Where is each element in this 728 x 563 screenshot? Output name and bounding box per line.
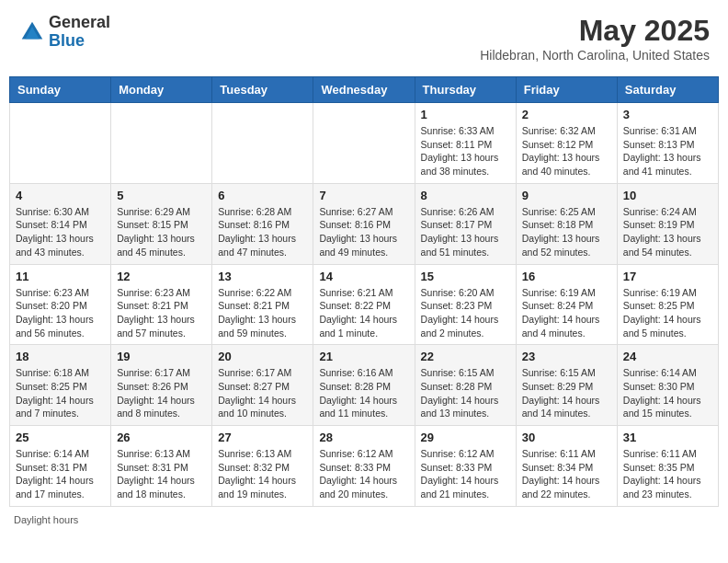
calendar-weekday-header: Friday [516,77,617,103]
day-info: Sunrise: 6:24 AM Sunset: 8:19 PM Dayligh… [623,205,712,259]
calendar-week-row: 4Sunrise: 6:30 AM Sunset: 8:14 PM Daylig… [10,183,719,264]
day-info: Sunrise: 6:14 AM Sunset: 8:31 PM Dayligh… [16,447,105,501]
day-info: Sunrise: 6:25 AM Sunset: 8:18 PM Dayligh… [522,205,611,259]
day-info: Sunrise: 6:23 AM Sunset: 8:20 PM Dayligh… [16,286,105,340]
day-number: 24 [623,350,712,363]
day-info: Sunrise: 6:19 AM Sunset: 8:25 PM Dayligh… [623,286,712,340]
calendar-day-cell: 2Sunrise: 6:32 AM Sunset: 8:12 PM Daylig… [516,103,617,184]
day-info: Sunrise: 6:21 AM Sunset: 8:22 PM Dayligh… [319,286,408,340]
day-info: Sunrise: 6:15 AM Sunset: 8:28 PM Dayligh… [421,366,510,420]
day-info: Sunrise: 6:23 AM Sunset: 8:21 PM Dayligh… [117,286,206,340]
day-info: Sunrise: 6:19 AM Sunset: 8:24 PM Dayligh… [522,286,611,340]
footer: Daylight hours [9,514,719,525]
calendar-day-cell: 12Sunrise: 6:23 AM Sunset: 8:21 PM Dayli… [111,264,212,345]
calendar-weekday-header: Saturday [617,77,718,103]
logo-general-text: General [49,14,110,32]
calendar-day-cell: 6Sunrise: 6:28 AM Sunset: 8:16 PM Daylig… [212,183,313,264]
calendar-day-cell [10,103,111,184]
calendar-day-cell: 29Sunrise: 6:12 AM Sunset: 8:33 PM Dayli… [415,426,516,507]
day-number: 21 [319,350,408,363]
day-info: Sunrise: 6:14 AM Sunset: 8:30 PM Dayligh… [623,366,712,420]
day-number: 15 [421,270,510,283]
logo-icon [18,18,46,46]
day-number: 12 [117,270,206,283]
day-number: 9 [522,189,611,202]
day-number: 20 [218,350,307,363]
calendar-day-cell: 17Sunrise: 6:19 AM Sunset: 8:25 PM Dayli… [617,264,718,345]
calendar-day-cell: 5Sunrise: 6:29 AM Sunset: 8:15 PM Daylig… [111,183,212,264]
day-number: 2 [522,108,611,121]
day-number: 19 [117,350,206,363]
day-number: 28 [319,431,408,444]
calendar-day-cell: 3Sunrise: 6:31 AM Sunset: 8:13 PM Daylig… [617,103,718,184]
day-info: Sunrise: 6:30 AM Sunset: 8:14 PM Dayligh… [16,205,105,259]
day-number: 31 [623,431,712,444]
day-number: 16 [522,270,611,283]
title-block: May 2025 Hildebran, North Carolina, Unit… [480,14,710,63]
day-info: Sunrise: 6:29 AM Sunset: 8:15 PM Dayligh… [117,205,206,259]
day-number: 14 [319,270,408,283]
calendar-table: SundayMondayTuesdayWednesdayThursdayFrid… [9,76,719,507]
calendar-day-cell: 21Sunrise: 6:16 AM Sunset: 8:28 PM Dayli… [313,345,415,426]
month-title: May 2025 [480,14,710,48]
day-info: Sunrise: 6:17 AM Sunset: 8:27 PM Dayligh… [218,366,307,420]
day-info: Sunrise: 6:11 AM Sunset: 8:34 PM Dayligh… [522,447,611,501]
calendar-day-cell: 4Sunrise: 6:30 AM Sunset: 8:14 PM Daylig… [10,183,111,264]
day-number: 7 [319,189,408,202]
day-number: 4 [16,189,105,202]
calendar-header-row: SundayMondayTuesdayWednesdayThursdayFrid… [10,77,719,103]
calendar-weekday-header: Wednesday [313,77,415,103]
day-info: Sunrise: 6:18 AM Sunset: 8:25 PM Dayligh… [16,366,105,420]
day-number: 22 [421,350,510,363]
calendar-day-cell: 19Sunrise: 6:17 AM Sunset: 8:26 PM Dayli… [111,345,212,426]
day-info: Sunrise: 6:26 AM Sunset: 8:17 PM Dayligh… [421,205,510,259]
calendar-day-cell: 10Sunrise: 6:24 AM Sunset: 8:19 PM Dayli… [617,183,718,264]
day-number: 26 [117,431,206,444]
calendar-day-cell: 27Sunrise: 6:13 AM Sunset: 8:32 PM Dayli… [212,426,313,507]
calendar-day-cell: 20Sunrise: 6:17 AM Sunset: 8:27 PM Dayli… [212,345,313,426]
day-number: 13 [218,270,307,283]
day-number: 23 [522,350,611,363]
calendar-weekday-header: Tuesday [212,77,313,103]
calendar-day-cell [212,103,313,184]
day-info: Sunrise: 6:13 AM Sunset: 8:32 PM Dayligh… [218,447,307,501]
logo: General Blue [18,14,110,51]
day-number: 3 [623,108,712,121]
calendar-day-cell: 25Sunrise: 6:14 AM Sunset: 8:31 PM Dayli… [10,426,111,507]
calendar-day-cell [313,103,415,184]
day-info: Sunrise: 6:16 AM Sunset: 8:28 PM Dayligh… [319,366,408,420]
day-number: 25 [16,431,105,444]
calendar-weekday-header: Monday [111,77,212,103]
day-number: 18 [16,350,105,363]
day-info: Sunrise: 6:32 AM Sunset: 8:12 PM Dayligh… [522,124,611,178]
day-info: Sunrise: 6:31 AM Sunset: 8:13 PM Dayligh… [623,124,712,178]
calendar-day-cell: 14Sunrise: 6:21 AM Sunset: 8:22 PM Dayli… [313,264,415,345]
location-text: Hildebran, North Carolina, United States [480,48,710,63]
day-info: Sunrise: 6:12 AM Sunset: 8:33 PM Dayligh… [421,447,510,501]
day-number: 27 [218,431,307,444]
day-info: Sunrise: 6:27 AM Sunset: 8:16 PM Dayligh… [319,205,408,259]
calendar-day-cell: 9Sunrise: 6:25 AM Sunset: 8:18 PM Daylig… [516,183,617,264]
calendar-day-cell: 23Sunrise: 6:15 AM Sunset: 8:29 PM Dayli… [516,345,617,426]
calendar-day-cell: 16Sunrise: 6:19 AM Sunset: 8:24 PM Dayli… [516,264,617,345]
calendar-day-cell: 8Sunrise: 6:26 AM Sunset: 8:17 PM Daylig… [415,183,516,264]
day-info: Sunrise: 6:13 AM Sunset: 8:31 PM Dayligh… [117,447,206,501]
calendar-day-cell: 7Sunrise: 6:27 AM Sunset: 8:16 PM Daylig… [313,183,415,264]
day-number: 11 [16,270,105,283]
day-number: 5 [117,189,206,202]
page-header: General Blue May 2025 Hildebran, North C… [9,9,719,67]
calendar-day-cell: 28Sunrise: 6:12 AM Sunset: 8:33 PM Dayli… [313,426,415,507]
calendar-day-cell: 22Sunrise: 6:15 AM Sunset: 8:28 PM Dayli… [415,345,516,426]
calendar-day-cell: 13Sunrise: 6:22 AM Sunset: 8:21 PM Dayli… [212,264,313,345]
calendar-week-row: 25Sunrise: 6:14 AM Sunset: 8:31 PM Dayli… [10,426,719,507]
calendar-week-row: 11Sunrise: 6:23 AM Sunset: 8:20 PM Dayli… [10,264,719,345]
calendar-day-cell: 11Sunrise: 6:23 AM Sunset: 8:20 PM Dayli… [10,264,111,345]
calendar-day-cell: 24Sunrise: 6:14 AM Sunset: 8:30 PM Dayli… [617,345,718,426]
calendar-week-row: 1Sunrise: 6:33 AM Sunset: 8:11 PM Daylig… [10,103,719,184]
day-number: 8 [421,189,510,202]
calendar-week-row: 18Sunrise: 6:18 AM Sunset: 8:25 PM Dayli… [10,345,719,426]
calendar-day-cell: 31Sunrise: 6:11 AM Sunset: 8:35 PM Dayli… [617,426,718,507]
day-info: Sunrise: 6:17 AM Sunset: 8:26 PM Dayligh… [117,366,206,420]
day-info: Sunrise: 6:22 AM Sunset: 8:21 PM Dayligh… [218,286,307,340]
day-number: 6 [218,189,307,202]
